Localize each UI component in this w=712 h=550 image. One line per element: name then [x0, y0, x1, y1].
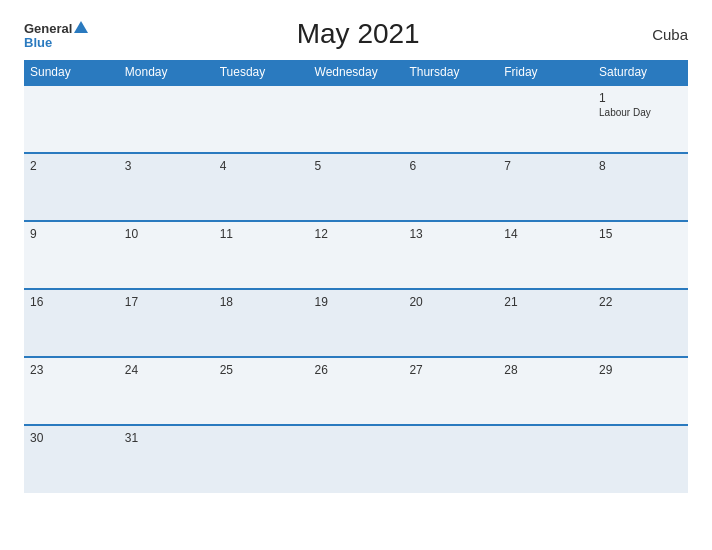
day-number: 17 — [125, 295, 208, 309]
logo-general-text: General — [24, 20, 88, 36]
col-thursday: Thursday — [403, 60, 498, 85]
day-number: 31 — [125, 431, 208, 445]
calendar-cell: 9 — [24, 221, 119, 289]
calendar-table: Sunday Monday Tuesday Wednesday Thursday… — [24, 60, 688, 493]
day-number: 27 — [409, 363, 492, 377]
calendar-cell — [403, 85, 498, 153]
day-number: 10 — [125, 227, 208, 241]
day-number: 28 — [504, 363, 587, 377]
calendar-cell: 22 — [593, 289, 688, 357]
calendar-header: Sunday Monday Tuesday Wednesday Thursday… — [24, 60, 688, 85]
day-number: 15 — [599, 227, 682, 241]
calendar-week-2: 2345678 — [24, 153, 688, 221]
logo: General Blue — [24, 20, 88, 49]
day-number: 20 — [409, 295, 492, 309]
calendar-cell — [403, 425, 498, 493]
day-number: 6 — [409, 159, 492, 173]
day-number: 25 — [220, 363, 303, 377]
day-number: 12 — [315, 227, 398, 241]
calendar-page: General Blue May 2021 Cuba Sunday Monday… — [0, 0, 712, 550]
day-number: 9 — [30, 227, 113, 241]
calendar-cell: 12 — [309, 221, 404, 289]
day-number: 21 — [504, 295, 587, 309]
day-number: 11 — [220, 227, 303, 241]
calendar-cell — [498, 425, 593, 493]
calendar-week-4: 16171819202122 — [24, 289, 688, 357]
day-number: 13 — [409, 227, 492, 241]
calendar-cell: 15 — [593, 221, 688, 289]
calendar-cell — [24, 85, 119, 153]
calendar-cell: 18 — [214, 289, 309, 357]
col-saturday: Saturday — [593, 60, 688, 85]
calendar-cell: 5 — [309, 153, 404, 221]
calendar-cell — [214, 85, 309, 153]
day-number: 23 — [30, 363, 113, 377]
calendar-cell: 25 — [214, 357, 309, 425]
day-number: 3 — [125, 159, 208, 173]
calendar-cell: 8 — [593, 153, 688, 221]
calendar-cell: 13 — [403, 221, 498, 289]
calendar-week-1: 1Labour Day — [24, 85, 688, 153]
day-number: 24 — [125, 363, 208, 377]
day-number: 22 — [599, 295, 682, 309]
calendar-cell — [119, 85, 214, 153]
logo-blue-text: Blue — [24, 36, 52, 49]
col-sunday: Sunday — [24, 60, 119, 85]
calendar-cell: 7 — [498, 153, 593, 221]
day-number: 7 — [504, 159, 587, 173]
day-number: 1 — [599, 91, 682, 105]
col-friday: Friday — [498, 60, 593, 85]
calendar-cell: 28 — [498, 357, 593, 425]
calendar-cell: 26 — [309, 357, 404, 425]
calendar-cell — [498, 85, 593, 153]
day-number: 8 — [599, 159, 682, 173]
calendar-cell — [309, 85, 404, 153]
calendar-cell: 24 — [119, 357, 214, 425]
calendar-cell — [309, 425, 404, 493]
calendar-cell — [593, 425, 688, 493]
calendar-cell: 19 — [309, 289, 404, 357]
day-number: 18 — [220, 295, 303, 309]
day-number: 5 — [315, 159, 398, 173]
calendar-cell — [214, 425, 309, 493]
weekday-header-row: Sunday Monday Tuesday Wednesday Thursday… — [24, 60, 688, 85]
calendar-cell: 11 — [214, 221, 309, 289]
holiday-label: Labour Day — [599, 107, 682, 118]
calendar-body: 1Labour Day23456789101112131415161718192… — [24, 85, 688, 493]
calendar-cell: 3 — [119, 153, 214, 221]
day-number: 19 — [315, 295, 398, 309]
calendar-week-5: 23242526272829 — [24, 357, 688, 425]
day-number: 2 — [30, 159, 113, 173]
calendar-week-3: 9101112131415 — [24, 221, 688, 289]
calendar-cell: 4 — [214, 153, 309, 221]
calendar-week-6: 3031 — [24, 425, 688, 493]
day-number: 29 — [599, 363, 682, 377]
header: General Blue May 2021 Cuba — [24, 18, 688, 50]
calendar-cell: 23 — [24, 357, 119, 425]
calendar-title: May 2021 — [88, 18, 628, 50]
calendar-cell: 16 — [24, 289, 119, 357]
calendar-cell: 2 — [24, 153, 119, 221]
calendar-cell: 20 — [403, 289, 498, 357]
calendar-cell: 30 — [24, 425, 119, 493]
day-number: 14 — [504, 227, 587, 241]
calendar-cell: 27 — [403, 357, 498, 425]
logo-triangle-icon — [74, 21, 88, 33]
calendar-cell: 1Labour Day — [593, 85, 688, 153]
calendar-cell: 14 — [498, 221, 593, 289]
calendar-cell: 31 — [119, 425, 214, 493]
day-number: 4 — [220, 159, 303, 173]
calendar-cell: 6 — [403, 153, 498, 221]
col-tuesday: Tuesday — [214, 60, 309, 85]
calendar-cell: 17 — [119, 289, 214, 357]
calendar-cell: 10 — [119, 221, 214, 289]
day-number: 30 — [30, 431, 113, 445]
calendar-cell: 21 — [498, 289, 593, 357]
col-monday: Monday — [119, 60, 214, 85]
col-wednesday: Wednesday — [309, 60, 404, 85]
day-number: 16 — [30, 295, 113, 309]
logo-general-label: General — [24, 21, 72, 36]
country-label: Cuba — [628, 26, 688, 43]
day-number: 26 — [315, 363, 398, 377]
calendar-cell: 29 — [593, 357, 688, 425]
